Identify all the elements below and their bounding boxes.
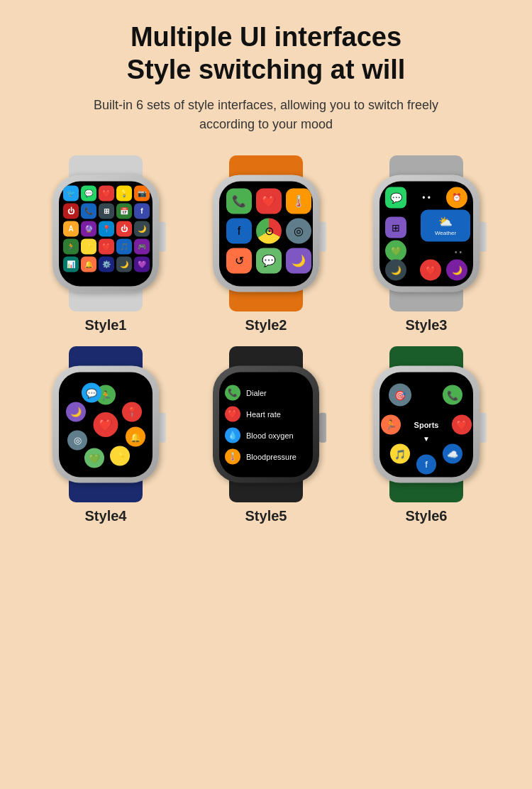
menu-dot-oxygen: 💧 xyxy=(225,427,240,443)
menu-dot-bloodpressure: 🌡️ xyxy=(225,448,240,464)
watch-case-style3: 💬 ⏰ • • ⊞ ⛅ Weather 💚 🌙 ❤️ • • 🌙 xyxy=(373,175,480,292)
watch-cell-style4: 🏃 📍 🔔 ⭐ 💚 ◎ 🌙 💬 ❤️ Style4 xyxy=(31,346,180,524)
watch-case-style1: 🐦 💬 ❤️ 💡 📷 ⏻ 📞 ⊞ 📅 f A 🔮 📍 ⏻ xyxy=(52,175,159,292)
menu-text-heartrate: Heart rate xyxy=(246,409,281,418)
watch-wrapper-style4: 🏃 📍 🔔 ⭐ 💚 ◎ 🌙 💬 ❤️ xyxy=(35,346,177,502)
page-subtitle: Built-in 6 sets of style interfaces, all… xyxy=(67,96,465,134)
watch-cell-style5: 📞 Dialer ❤️ Heart rate 💧 Blood oxygen xyxy=(192,346,340,524)
watch-label-style5: Style5 xyxy=(245,508,287,524)
menu-text-bloodpressure: Bloodpressure xyxy=(246,452,297,460)
watch-cell-style1: 🐦 💬 ❤️ 💡 📷 ⏻ 📞 ⊞ 📅 f A 🔮 📍 ⏻ xyxy=(31,155,180,333)
watch-screen-style5: 📞 Dialer ❤️ Heart rate 💧 Blood oxygen xyxy=(219,372,313,477)
menu-dot-heartrate: ❤️ xyxy=(225,406,240,421)
watch-wrapper-style5: 📞 Dialer ❤️ Heart rate 💧 Blood oxygen xyxy=(195,346,337,502)
watch-screen-style2: 📞 ❤️ 🌡️ f ⊙ ◎ ↺ 💬 🌙 xyxy=(219,181,313,286)
watch-cell-style2: 📞 ❤️ 🌡️ f ⊙ ◎ ↺ 💬 🌙 Style2 xyxy=(192,155,340,333)
menu-item-dialer: 📞 Dialer xyxy=(225,385,307,400)
watch-wrapper-style6: 🎯 📞 ❤️ ☁️ 🎵 🏃 f Sport xyxy=(355,346,497,502)
watch-label-style6: Style6 xyxy=(406,508,448,524)
watch-wrapper-style2: 📞 ❤️ 🌡️ f ⊙ ◎ ↺ 💬 🌙 xyxy=(195,155,337,311)
watch-cell-style6: 🎯 📞 ❤️ ☁️ 🎵 🏃 f Sport xyxy=(352,346,501,524)
watch-case-style4: 🏃 📍 🔔 ⭐ 💚 ◎ 🌙 💬 ❤️ xyxy=(52,366,159,483)
watch-label-style4: Style4 xyxy=(85,508,127,524)
menu-item-heartrate: ❤️ Heart rate xyxy=(225,406,307,421)
crown2-style3 xyxy=(480,238,487,251)
watch-label-style3: Style3 xyxy=(406,317,448,333)
title-line2: Style switching at will xyxy=(127,55,406,84)
title-line1: Multiple UI interfaces xyxy=(131,22,401,52)
watch-label-style1: Style1 xyxy=(85,317,127,333)
watch-wrapper-style1: 🐦 💬 ❤️ 💡 📷 ⏻ 📞 ⊞ 📅 f A 🔮 📍 ⏻ xyxy=(35,155,177,311)
crown2-style4 xyxy=(159,429,166,442)
watch-screen-style3: 💬 ⏰ • • ⊞ ⛅ Weather 💚 🌙 ❤️ • • 🌙 xyxy=(379,181,473,286)
menu-item-bloodpressure: 🌡️ Bloodpressure xyxy=(225,448,307,464)
watch-screen-style1: 🐦 💬 ❤️ 💡 📷 ⏻ 📞 ⊞ 📅 f A 🔮 📍 ⏻ xyxy=(59,181,153,286)
watch-wrapper-style3: 💬 ⏰ • • ⊞ ⛅ Weather 💚 🌙 ❤️ • • 🌙 xyxy=(355,155,497,311)
menu-item-oxygen: 💧 Blood oxygen xyxy=(225,427,307,443)
watch-label-style2: Style2 xyxy=(245,317,287,333)
watch-screen-style4: 🏃 📍 🔔 ⭐ 💚 ◎ 🌙 💬 ❤️ xyxy=(59,372,153,477)
watch-case-style5: 📞 Dialer ❤️ Heart rate 💧 Blood oxygen xyxy=(213,366,319,483)
menu-text-dialer: Dialer xyxy=(246,388,267,397)
watch-case-style2: 📞 ❤️ 🌡️ f ⊙ ◎ ↺ 💬 🌙 xyxy=(213,175,319,292)
watches-grid: 🐦 💬 ❤️ 💡 📷 ⏻ 📞 ⊞ 📅 f A 🔮 📍 ⏻ xyxy=(31,155,501,524)
crown2-style6 xyxy=(480,429,487,442)
weather-label: Weather xyxy=(435,230,456,236)
watch-case-style6: 🎯 📞 ❤️ ☁️ 🎵 🏃 f Sport xyxy=(373,366,480,483)
menu-text-oxygen: Blood oxygen xyxy=(246,431,294,439)
watch-cell-style3: 💬 ⏰ • • ⊞ ⛅ Weather 💚 🌙 ❤️ • • 🌙 xyxy=(352,155,501,333)
crown2-style2 xyxy=(319,238,326,251)
page-title: Multiple UI interfaces Style switching a… xyxy=(127,21,406,86)
crown2-style5 xyxy=(319,429,326,442)
watch-screen-style6: 🎯 📞 ❤️ ☁️ 🎵 🏃 f Sport xyxy=(379,372,473,477)
crown2-style1 xyxy=(159,238,166,251)
menu-dot-dialer: 📞 xyxy=(225,385,240,400)
sports-center-label: Sports xyxy=(414,420,439,429)
